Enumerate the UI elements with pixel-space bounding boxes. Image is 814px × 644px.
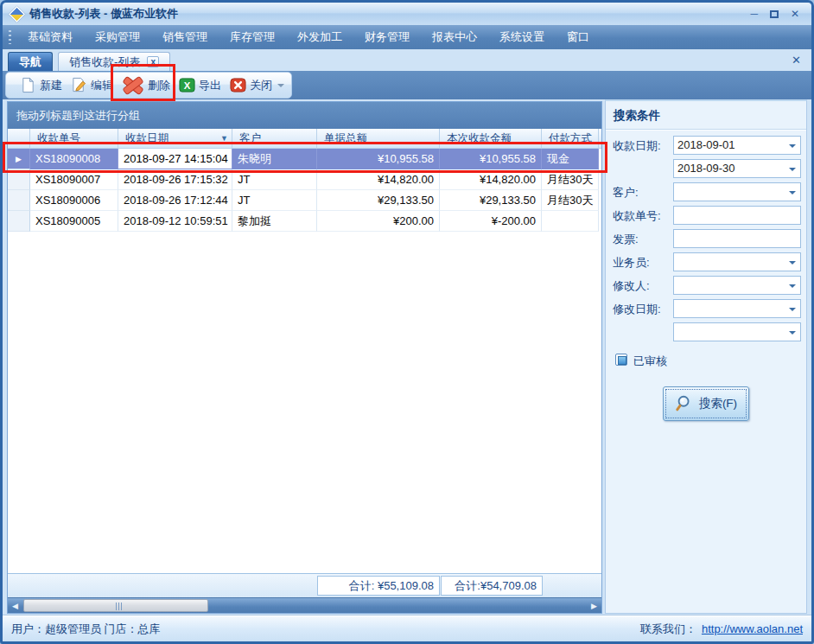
edit-button[interactable]: 编辑 [67,75,118,95]
search-button-label: 搜索(F) [699,396,737,411]
tab-label: 销售收款-列表 [69,54,140,70]
toolbar-row: 新建 编辑 删除 [3,71,811,99]
cell-3-0[interactable]: XS18090005 [30,211,118,232]
website-link[interactable]: http://www.aolan.net [702,622,803,635]
close-dropdown-caret-icon[interactable] [277,84,284,87]
order-total-box: 合计: ¥55,109.08 [317,576,440,596]
close-button[interactable]: 关闭 [226,75,289,95]
group-by-panel[interactable]: 拖动列标题到这进行分组 [8,102,601,129]
cell-0-1[interactable]: 2018-09-27 14:15:04 [118,149,232,169]
input-3[interactable] [673,206,801,225]
scroll-right-icon[interactable]: ▶ [587,598,601,613]
cell-1-0[interactable]: XS18090007 [30,169,118,190]
grid-header-row: 收款单号收款日期▼客户单据总额本次收款金额付款方式 [8,129,601,149]
combo-0[interactable]: 2018-09-01 [673,136,801,155]
column-header-2[interactable]: 客户 [232,129,317,148]
delete-button[interactable]: 删除 [118,74,175,97]
audited-checkbox-label: 已审核 [633,354,667,369]
menu-item-5[interactable]: 财务管理 [353,25,421,49]
menu-item-8[interactable]: 窗口 [556,25,601,49]
chevron-down-icon[interactable] [789,331,796,335]
new-button[interactable]: 新建 [16,75,67,95]
tab-close-icon[interactable]: x [147,56,159,67]
column-header-4[interactable]: 本次收款金额 [440,129,542,148]
menubar-grip[interactable] [9,30,11,44]
excel-export-icon: X [179,77,195,93]
menu-item-1[interactable]: 采购管理 [84,25,151,49]
table-row-1[interactable]: XS180900072018-09-26 17:15:32JT¥14,820.0… [8,169,601,190]
app-logo-icon [9,6,24,22]
cell-3-4[interactable]: ¥-200.00 [440,211,542,232]
status-user-info: 用户：超级管理员 门店：总库 [11,622,161,637]
delete-button-label: 删除 [148,78,170,93]
input-4[interactable] [673,229,801,248]
cell-1-4[interactable]: ¥14,820.00 [440,169,542,190]
field-label-6: 修改人: [613,278,650,294]
cell-0-4[interactable]: ¥10,955.58 [440,149,542,169]
cell-2-2[interactable]: JT [232,190,317,211]
export-button[interactable]: X 导出 [175,75,226,95]
menu-item-0[interactable]: 基础资料 [16,25,84,49]
maximize-button[interactable] [770,10,779,18]
cell-3-5[interactable] [542,211,599,232]
cell-3-3[interactable]: ¥200.00 [317,211,440,232]
chevron-down-icon[interactable] [789,261,796,265]
cell-1-3[interactable]: ¥14,820.00 [317,169,440,190]
new-document-icon [20,77,36,93]
cell-0-0[interactable]: XS18090008 [30,149,118,169]
cell-0-5[interactable]: 现金 [542,149,599,169]
search-field-row-1: 2018-09-30 [606,157,806,181]
search-button[interactable]: 搜索(F) [663,386,749,421]
cell-3-2[interactable]: 黎加挺 [232,211,317,232]
combo-8[interactable] [673,322,801,341]
close-all-tabs-icon[interactable]: ✕ [792,54,801,67]
close-window-button[interactable]: ✕ [791,9,799,19]
menu-item-7[interactable]: 系统设置 [488,25,556,49]
received-total-box: 合计:¥54,709.08 [441,576,543,596]
chevron-down-icon[interactable] [789,284,796,288]
menu-item-4[interactable]: 外发加工 [286,25,353,49]
column-header-3[interactable]: 单据总额 [317,129,440,148]
cell-2-5[interactable]: 月结30天 [542,190,599,211]
column-header-0[interactable]: 收款单号 [30,129,118,148]
table-row-0[interactable]: ▶XS180900082018-09-27 14:15:04朱晓明¥10,955… [8,149,601,169]
chevron-down-icon[interactable] [789,144,796,148]
menu-item-3[interactable]: 库存管理 [219,25,286,49]
scrollbar-thumb[interactable] [23,599,208,612]
edit-button-label: 编辑 [91,78,113,93]
menu-item-2[interactable]: 销售管理 [151,25,219,49]
scroll-left-icon[interactable]: ◀ [8,598,22,613]
column-header-5[interactable]: 付款方式 [542,129,599,148]
column-header-1[interactable]: 收款日期▼ [118,129,232,148]
combo-5[interactable] [673,252,801,271]
combo-2[interactable] [673,182,801,201]
combo-6[interactable] [673,276,801,295]
cell-1-5[interactable]: 月结30天 [542,169,599,190]
tab-sales-receipt-list[interactable]: 销售收款-列表 x [58,52,170,71]
cell-2-4[interactable]: ¥29,133.50 [440,190,542,211]
cell-3-1[interactable]: 2018-09-12 10:59:51 [118,211,232,232]
cell-1-1[interactable]: 2018-09-26 17:15:32 [118,169,232,190]
row-indicator [8,169,30,190]
horizontal-scrollbar[interactable]: ◀ ▶ [8,597,601,613]
menu-item-6[interactable]: 报表中心 [421,25,488,49]
chevron-down-icon[interactable] [789,168,796,171]
cell-0-3[interactable]: ¥10,955.58 [317,149,440,169]
table-row-3[interactable]: XS180900052018-09-12 10:59:51黎加挺¥200.00¥… [8,211,601,232]
combo-7[interactable] [673,299,801,318]
cell-2-3[interactable]: ¥29,133.50 [317,190,440,211]
audited-checkbox[interactable] [615,354,627,366]
minimize-button[interactable]: ─ [750,9,758,19]
tab-navigation[interactable]: 导航 [8,52,53,71]
cell-2-0[interactable]: XS18090006 [30,190,118,211]
cell-1-2[interactable]: JT [232,169,317,190]
search-field-row-4: 发票: [606,227,806,251]
cell-2-1[interactable]: 2018-09-26 17:12:44 [118,190,232,211]
search-field-row-0: 收款日期:2018-09-01 [606,134,806,157]
table-row-2[interactable]: XS180900062018-09-26 17:12:44JT¥29,133.5… [8,190,601,211]
combo-1[interactable]: 2018-09-30 [673,159,801,178]
search-field-row-7: 修改日期: [606,297,806,321]
cell-0-2[interactable]: 朱晓明 [232,149,317,169]
chevron-down-icon[interactable] [789,191,796,194]
chevron-down-icon[interactable] [789,308,796,311]
